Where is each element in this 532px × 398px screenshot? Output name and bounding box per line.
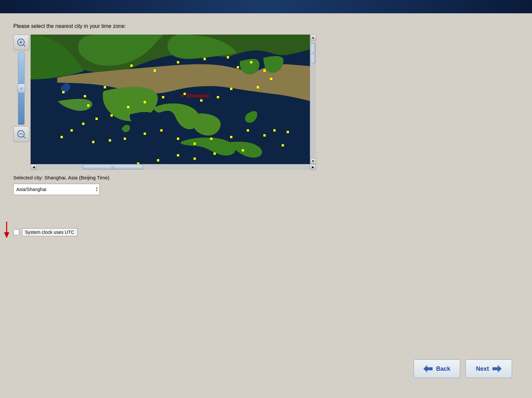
svg-line-6 — [23, 136, 25, 138]
instruction-label: Please select the nearest city in your t… — [13, 23, 519, 29]
next-button[interactable]: Next — [466, 359, 512, 378]
scrollbar-horizontal-track[interactable] — [37, 164, 310, 170]
svg-line-3 — [23, 45, 25, 47]
header-bar — [0, 0, 532, 13]
zoom-controls — [13, 35, 29, 142]
scrollbar-vertical-track[interactable] — [310, 41, 316, 158]
scrollbar-horizontal-thumb[interactable] — [83, 165, 143, 169]
scroll-left-button[interactable]: ◀ — [31, 164, 37, 170]
utc-section: System clock uses UTC — [13, 228, 519, 236]
zoom-slider-track[interactable] — [18, 52, 25, 125]
next-arrow-icon — [492, 365, 502, 372]
back-arrow-icon — [423, 365, 433, 372]
back-button[interactable]: Back — [414, 359, 460, 378]
timezone-select[interactable]: Asia/Shanghai Asia/Tokyo Asia/Seoul Asia… — [14, 184, 99, 195]
scrollbar-vertical-thumb[interactable] — [311, 43, 316, 63]
map-svg — [31, 35, 310, 164]
map-area[interactable]: ✕ Shanghai — [31, 35, 310, 164]
selected-city-label: Selected city: Shanghai, Asia (Beijing T… — [13, 175, 519, 180]
timezone-select-wrapper[interactable]: Asia/Shanghai Asia/Tokyo Asia/Seoul Asia… — [13, 184, 100, 195]
utc-checkbox[interactable] — [13, 229, 19, 235]
bottom-buttons: Back Next — [414, 359, 512, 378]
next-button-label: Next — [476, 365, 489, 372]
scroll-down-button[interactable]: ▼ — [310, 158, 316, 164]
back-button-label: Back — [436, 365, 450, 372]
zoom-in-button[interactable] — [13, 35, 29, 50]
select-spinner: ▲ ▼ — [95, 185, 98, 194]
spinner-down[interactable]: ▼ — [95, 189, 98, 192]
zoom-out-button[interactable] — [13, 126, 29, 142]
scroll-right-button[interactable]: ▶ — [310, 164, 316, 170]
scroll-up-button[interactable]: ▲ — [310, 35, 316, 41]
vertical-scrollbar[interactable]: ▲ ▼ — [310, 35, 316, 164]
svg-marker-9 — [4, 232, 9, 238]
utc-label[interactable]: System clock uses UTC — [22, 228, 77, 236]
zoom-slider-thumb[interactable] — [17, 84, 25, 93]
arrow-indicator — [1, 222, 13, 239]
